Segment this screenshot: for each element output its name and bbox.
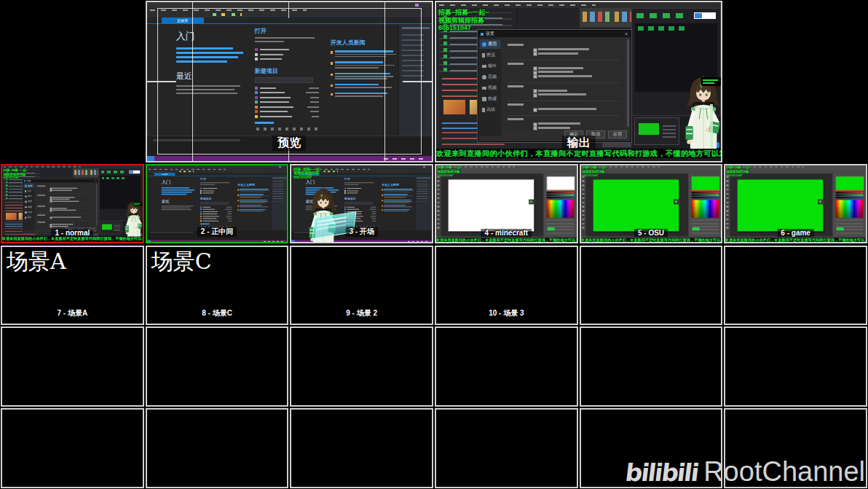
settings-nav-video[interactable]: 视频 <box>24 205 34 209</box>
vs-start-tab[interactable]: 起始页 <box>154 173 175 176</box>
settings-nav-audio[interactable]: 音频 <box>24 199 34 203</box>
scene-cell-1[interactable]: 设置 通用 推流 输出 音频 视频 热键 高级 确定 取消 应用 <box>1 164 144 244</box>
dropdown <box>694 12 716 19</box>
status-text <box>602 143 631 147</box>
red-slider[interactable] <box>691 192 718 193</box>
character-overlay <box>684 75 721 151</box>
settings-nav-audio[interactable]: 音频 <box>480 72 501 82</box>
settings-nav-output[interactable]: 输出 <box>24 194 34 198</box>
tooltip <box>701 77 721 86</box>
settings-nav-general[interactable]: 通用 <box>24 183 34 187</box>
settings-nav-hotkeys[interactable]: 热键 <box>24 210 34 214</box>
scene-big-text: 场景C <box>151 247 212 277</box>
scene-cell-empty <box>435 408 578 488</box>
green-slider[interactable] <box>547 194 574 195</box>
apply-button[interactable]: 应用 <box>608 130 627 138</box>
scene-label: 9 - 场景 2 <box>342 308 381 318</box>
dev-news-heading: 开发人员新闻 <box>382 183 414 187</box>
scene-label: 3 - 开场 <box>345 227 377 237</box>
settings-nav-advanced[interactable]: 高级 <box>24 215 34 219</box>
open-heading: 打开 <box>200 177 232 181</box>
safe-area-rect <box>157 8 422 154</box>
aspect-guide-left <box>192 2 194 161</box>
scene-cell-9[interactable]: 9 - 场景 2 <box>290 246 433 326</box>
green-slider[interactable] <box>836 194 863 195</box>
ps-right-panels <box>543 173 576 236</box>
channel-name: RootChannel <box>703 456 865 488</box>
aspect-guide-right <box>384 2 386 161</box>
scene-label: 2 - 正中间 <box>197 227 237 237</box>
color-picker[interactable] <box>836 200 863 217</box>
navigator-thumbnail <box>836 176 864 191</box>
color-picker[interactable] <box>547 200 574 217</box>
color-swatch <box>818 199 824 204</box>
vs-status-bar <box>147 156 432 161</box>
blue-slider[interactable] <box>836 197 863 198</box>
vs-open-column: 打开 新建项目 <box>200 177 232 225</box>
obs-multiview: 起始页 入门 最近 打开 新建项目 开发人员新闻 <box>0 0 868 489</box>
settings-nav-general[interactable]: 通用 <box>480 39 501 49</box>
center-tick-left <box>147 81 176 82</box>
navigator-thumbnail <box>691 176 719 191</box>
get-started-heading: 入门 <box>161 179 197 185</box>
template-search-input[interactable] <box>344 201 373 204</box>
program-pane: 设置 通用 推流 输出 音频 视频 热键 高级 确定 取消 应用 <box>435 1 722 163</box>
blue-slider[interactable] <box>691 197 718 198</box>
scene-big-text: 场景A <box>7 247 66 277</box>
open-heading: 打开 <box>344 177 376 181</box>
scene-cell-3[interactable]: 起始页 入门 最近 打开 新建项目 开发人员新闻 <box>290 164 433 244</box>
settings-nav-stream[interactable]: 推流 <box>24 189 34 193</box>
scene-cell-5[interactable]: 招募~招募~一起~ 视频剪辑师招募 605151047 欢迎来到直播间的小伙伴们… <box>580 164 723 244</box>
obs-settings-dialog: 设置 通用 推流 输出 音频 视频 热键 高级 确定 取消 应用 <box>23 179 98 233</box>
settings-nav-advanced[interactable]: 高级 <box>480 105 501 114</box>
scene-cell-2[interactable]: 起始页 入门 最近 打开 新建项目 开发人员新闻 <box>146 164 289 244</box>
recruit-overlay: 招募~招募~一起~ 视频剪辑师招募 605151047 <box>438 9 489 32</box>
red-slider[interactable] <box>836 192 863 193</box>
bilibili-logo: bilibili <box>624 458 700 487</box>
ps-tool-strip <box>581 173 585 236</box>
settings-content <box>35 182 95 227</box>
scene-cell-6[interactable]: 招募~招募~一起~ 视频剪辑师招募 605151047 欢迎来到直播间的小伙伴们… <box>724 164 867 244</box>
recent-heading: 最近 <box>161 198 197 203</box>
scene-label: 10 - 场景 3 <box>485 308 527 318</box>
scene-label: 1 - normal <box>51 229 93 237</box>
dialog-scrollbar[interactable] <box>96 183 97 225</box>
red-slider[interactable] <box>547 192 574 193</box>
recruit-overlay: 招募~招募~一起~ 视频剪辑师招募 605151047 <box>582 165 607 176</box>
ps-canvas <box>593 179 679 232</box>
scene-cell-4[interactable]: 招募~招募~一起~ 视频剪辑师招募 605151047 欢迎来到直播间的小伙伴们… <box>435 164 578 244</box>
scene-label: 5 - OSU <box>634 229 668 237</box>
scene-cell-10[interactable]: 10 - 场景 3 <box>435 246 578 326</box>
dialog-scrollbar[interactable] <box>627 39 629 127</box>
color-picker[interactable] <box>691 200 718 217</box>
settings-nav-hotkeys[interactable]: 热键 <box>480 94 501 103</box>
thumbnail-image <box>6 213 17 220</box>
green-beam <box>137 215 138 237</box>
settings-nav-stream[interactable]: 推流 <box>480 50 501 60</box>
green-swatch <box>837 227 844 230</box>
dialog-title: 设置 <box>478 31 631 37</box>
template-search-input[interactable] <box>200 201 229 204</box>
green-screen-preview <box>639 123 659 135</box>
obs-settings-dialog: 设置 通用 推流 输出 音频 视频 热键 高级 确定 取消 应用 <box>478 30 631 142</box>
vs-title-bar <box>147 2 432 7</box>
green-beam <box>710 104 713 149</box>
scene-cell-7[interactable]: 场景A 7 - 场景A <box>1 246 144 326</box>
blue-slider[interactable] <box>547 197 574 198</box>
scene-label: 7 - 场景A <box>54 308 92 318</box>
obs-preview-window <box>634 117 679 145</box>
settings-nav-output[interactable]: 输出 <box>480 61 501 71</box>
dev-news-heading: 开发人员新闻 <box>237 183 270 187</box>
scene-cell-8[interactable]: 场景C 8 - 场景C <box>146 246 289 326</box>
scene-cell-empty <box>724 246 867 326</box>
settings-nav: 通用 推流 输出 音频 视频 热键 高级 <box>479 38 502 136</box>
obs-preview-window <box>100 221 122 234</box>
green-slider[interactable] <box>691 194 718 195</box>
scene-cell-empty <box>146 408 289 488</box>
vs-dev-news-column: 开发人员新闻 <box>237 183 270 214</box>
danmaku-marquee: 欢迎来到直播间的小伙伴们，本直播间不定时直播写代码和打游戏，不懂的地方可以发弹幕… <box>581 238 722 242</box>
green-swatch <box>548 227 555 230</box>
scene-cell-empty <box>290 326 433 407</box>
scene-cell-empty <box>580 326 723 407</box>
settings-nav-video[interactable]: 视频 <box>480 83 501 93</box>
